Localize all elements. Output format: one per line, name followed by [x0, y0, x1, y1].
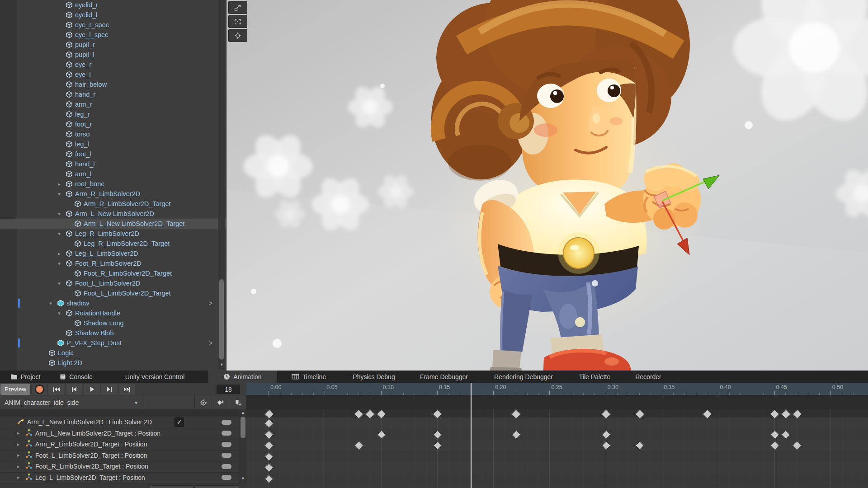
tab-physics-debug[interactable]: Physics Debug — [340, 371, 407, 383]
hierarchy-item-leg-l[interactable]: leg_l — [0, 139, 226, 149]
hierarchy-item-arm-l-new-limbsolver2d-target[interactable]: Arm_L_New LimbSolver2D_Target — [0, 219, 226, 229]
hierarchy-item-eyelid-r[interactable]: eyelid_r — [0, 0, 226, 10]
play-button[interactable] — [84, 384, 100, 395]
hierarchy-item-shadow[interactable]: ▾ shadow> — [0, 298, 226, 308]
expand-arrow-icon[interactable]: ▸ — [56, 181, 62, 187]
filter-by-selection-button[interactable] — [195, 396, 212, 409]
tab-rendering-debugger[interactable]: Rendering Debugger — [481, 371, 566, 383]
expand-arrow-icon[interactable]: ▸ — [17, 452, 20, 458]
collapse-arrow-icon[interactable]: ▾ — [56, 281, 62, 286]
hierarchy-item-foot-r[interactable]: foot_r — [0, 119, 226, 129]
property-row-arm-l-new-limbsolver2d-target-position[interactable]: ▸Arm_L_New LimbSolver2D_Target : Positio… — [0, 428, 239, 440]
prefab-chevron-icon[interactable]: > — [209, 300, 212, 307]
hierarchy-item-eye-r[interactable]: eye_r — [0, 60, 226, 70]
hierarchy-item-leg-r[interactable]: leg_r — [0, 109, 226, 119]
hierarchy-item-arm-l-new-limbsolver2d[interactable]: ▾ Arm_L_New LimbSolver2D — [0, 209, 226, 219]
hierarchy-item-rotationhandle[interactable]: ▾ RotationHandle — [0, 308, 226, 318]
prefab-chevron-icon[interactable]: > — [209, 339, 212, 347]
property-row-foot-l-limbsolver2d-target-position[interactable]: ▸Foot_L_LimbSolver2D_Target : Position — [0, 450, 239, 462]
hierarchy-item-logic[interactable]: Logic — [0, 348, 226, 358]
hierarchy-item-leg-r-limbsolver2d-target[interactable]: Leg_R_LimbSolver2D_Target — [0, 239, 226, 249]
hierarchy-item-hair-below[interactable]: hair_below — [0, 80, 226, 89]
tab-tile-palette[interactable]: Tile Palette — [566, 371, 623, 383]
tab-animation[interactable]: Animation — [208, 371, 277, 383]
property-row-foot-r-limbsolver2d-target-position[interactable]: ▸Foot_R_LimbSolver2D_Target : Position — [0, 461, 239, 473]
collapse-arrow-icon[interactable]: ▾ — [56, 261, 62, 267]
current-frame-field[interactable]: 18 — [217, 385, 240, 394]
hierarchy-item-arm-r[interactable]: arm_r — [0, 99, 226, 109]
hierarchy-item-leg-r-limbsolver2d[interactable]: ▾ Leg_R_LimbSolver2D — [0, 229, 226, 239]
property-value-pill[interactable] — [222, 420, 231, 425]
tab-recorder[interactable]: Recorder — [623, 371, 674, 383]
property-value-pill[interactable] — [222, 464, 231, 469]
go-to-end-button[interactable] — [119, 384, 135, 395]
properties-scrollbar-thumb[interactable] — [241, 417, 245, 438]
hierarchy-item-eyelid-l[interactable]: eyelid_l — [0, 10, 226, 20]
collapse-arrow-icon[interactable]: ▾ — [56, 191, 62, 197]
add-event-button[interactable] — [229, 396, 246, 409]
next-frame-button[interactable] — [101, 384, 118, 395]
playhead[interactable] — [471, 383, 472, 488]
pan-tool-button[interactable] — [228, 29, 247, 42]
collapse-arrow-icon[interactable]: ▾ — [56, 231, 62, 237]
hierarchy-scrollbar-thumb[interactable] — [219, 279, 224, 360]
collapse-arrow-icon[interactable]: ▾ — [47, 300, 54, 306]
hierarchy-item-arm-r-limbsolver2d[interactable]: ▾ Arm_R_LimbSolver2D — [0, 189, 226, 199]
hierarchy-scrollbar[interactable]: ▼ — [218, 0, 225, 370]
scroll-up-icon[interactable]: ▲ — [239, 410, 247, 415]
property-row-leg-l-limbsolver2d-target-position[interactable]: ▸Leg_L_LimbSolver2D_Target : Position — [0, 472, 239, 484]
collapse-arrow-icon[interactable]: ▾ — [56, 211, 62, 217]
property-value-pill[interactable] — [222, 431, 231, 436]
hierarchy-item-shadow-blob[interactable]: Shadow Blob — [0, 328, 226, 338]
hierarchy-item-foot-r-limbsolver2d-target[interactable]: Foot_R_LimbSolver2D_Target — [0, 268, 226, 278]
hierarchy-item-torso[interactable]: torso — [0, 129, 226, 139]
dopesheet-curves-buttons[interactable] — [0, 484, 246, 488]
preview-button[interactable]: Preview — [0, 384, 30, 395]
tab-timeline[interactable]: Timeline — [277, 371, 340, 383]
property-row-arm-r-limbsolver2d-target-position[interactable]: ▸Arm_R_LimbSolver2D_Target : Position — [0, 439, 239, 450]
go-to-start-button[interactable] — [48, 384, 65, 395]
tab-project[interactable]: Project — [0, 371, 51, 383]
hierarchy-scroll-down-icon[interactable]: ▼ — [219, 361, 225, 368]
add-keyframe-button[interactable] — [212, 396, 229, 409]
property-value-pill[interactable] — [222, 475, 231, 480]
scroll-down-icon[interactable]: ▼ — [239, 476, 247, 481]
bounds-tool-button[interactable] — [228, 15, 247, 28]
hierarchy-item-foot-l[interactable]: foot_l — [0, 149, 226, 159]
collapse-arrow-icon[interactable]: ▾ — [56, 310, 62, 316]
tab-console[interactable]: Console — [51, 371, 102, 383]
enabled-checkbox[interactable]: ✓ — [175, 418, 184, 427]
property-value-pill[interactable] — [222, 453, 231, 458]
expand-arrow-icon[interactable]: ▸ — [17, 430, 20, 436]
properties-scrollbar[interactable]: ▲ ▼ — [239, 409, 247, 488]
hierarchy-item-eye-l[interactable]: eye_l — [0, 70, 226, 80]
clip-dropdown[interactable]: ANIM_character_idle_side ▼ — [0, 396, 144, 409]
hierarchy-item-hand-r[interactable]: hand_r — [0, 89, 226, 99]
hierarchy-item-eye-r-spec[interactable]: eye_r_spec — [0, 20, 226, 30]
hierarchy-item-arm-l[interactable]: arm_l — [0, 169, 226, 179]
expand-arrow-icon[interactable]: ▸ — [56, 251, 62, 257]
expand-arrow-icon[interactable]: ▸ — [17, 441, 20, 447]
hierarchy-item-hand-l[interactable]: hand_l — [0, 159, 226, 169]
hierarchy-item-root-bone[interactable]: ▸ root_bone — [0, 179, 226, 189]
hierarchy-item-shadow-long[interactable]: Shadow Long — [0, 318, 226, 328]
hierarchy-item-foot-l-limbsolver2d-target[interactable]: Foot_L_LimbSolver2D_Target — [0, 288, 226, 298]
hierarchy-item-pupil-l[interactable]: pupil_l — [0, 50, 226, 60]
dopesheet[interactable] — [246, 395, 868, 488]
hierarchy-item-foot-r-limbsolver2d[interactable]: ▾ Foot_R_LimbSolver2D — [0, 258, 226, 268]
hierarchy-item-eye-l-spec[interactable]: eye_l_spec — [0, 30, 226, 40]
property-value-pill[interactable] — [222, 442, 231, 447]
tab-frame-debugger[interactable]: Frame Debugger — [407, 371, 481, 383]
expand-arrow-icon[interactable]: ▸ — [17, 474, 20, 480]
expand-tool-button[interactable] — [228, 1, 247, 14]
property-row-arm-l-new-limbsolver2d-limb-solver-2d[interactable]: Arm_L_New LimbSolver2D : Limb Solver 2D✓ — [0, 417, 239, 428]
hierarchy-item-arm-r-limbsolver2d-target[interactable]: Arm_R_LimbSolver2D_Target — [0, 199, 226, 209]
timeline-ruler[interactable]: 0:000:050:100:150:200:250:300:350:400:45… — [246, 383, 868, 395]
hierarchy-item-p-vfx-step-dust[interactable]: P_VFX_Step_Dust> — [0, 338, 226, 348]
tab-unity-version-control[interactable]: Unity Version Control — [102, 371, 208, 383]
hierarchy-item-leg-l-limbsolver2d[interactable]: ▸ Leg_L_LimbSolver2D — [0, 249, 226, 258]
hierarchy-item-foot-l-limbsolver2d[interactable]: ▾ Foot_L_LimbSolver2D — [0, 278, 226, 288]
previous-frame-button[interactable] — [66, 384, 82, 395]
hierarchy-item-light-2d[interactable]: Light 2D — [0, 358, 226, 368]
record-button[interactable] — [32, 384, 47, 395]
